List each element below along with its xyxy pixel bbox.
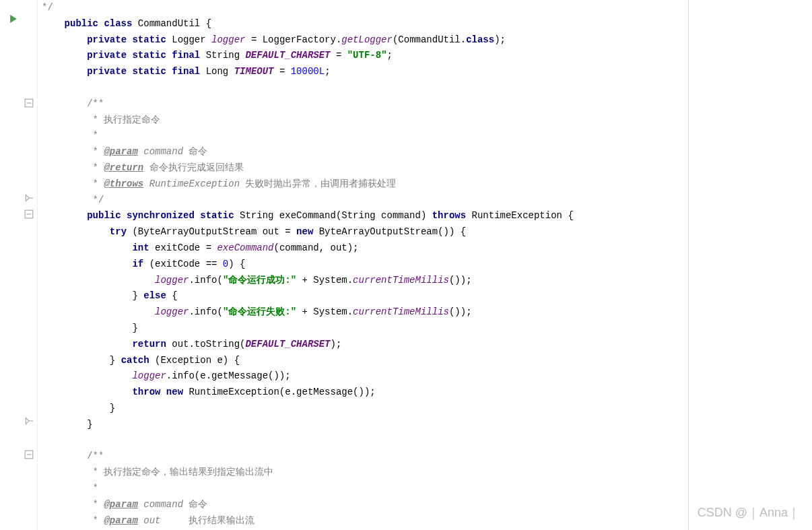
code-line[interactable]: */ — [42, 0, 812, 16]
code-line[interactable]: public class CommandUtil { — [42, 16, 812, 32]
fold-open-icon[interactable] — [24, 209, 34, 219]
code-line[interactable]: return out.toString(DEFAULT_CHARSET); — [42, 337, 812, 353]
fold-close-icon[interactable] — [24, 416, 34, 426]
right-margin-guide — [688, 0, 689, 530]
code-line[interactable]: */ — [42, 193, 812, 209]
code-line[interactable]: public synchronized static String exeCom… — [42, 208, 812, 224]
code-line[interactable]: private static Logger logger = LoggerFac… — [42, 32, 812, 48]
code-line[interactable]: * 执行指定命令 — [42, 112, 812, 129]
code-line[interactable]: logger.info("命令运行成功:" + System.currentTi… — [42, 273, 812, 289]
code-line[interactable]: /** — [42, 96, 812, 112]
fold-open-icon[interactable] — [24, 450, 34, 459]
code-line[interactable]: * — [42, 481, 812, 497]
run-gutter-icon[interactable] — [9, 15, 19, 24]
code-line[interactable]: * 执行指定命令，输出结果到指定输出流中 — [42, 465, 812, 481]
code-line[interactable]: * — [42, 128, 812, 144]
code-line[interactable]: logger.info(e.getMessage()); — [42, 368, 812, 385]
code-line[interactable]: } — [42, 401, 812, 417]
code-line[interactable]: * @param command 命令 — [42, 497, 812, 513]
code-line[interactable]: logger.info("命令运行失败:" + System.currentTi… — [42, 304, 812, 321]
code-line[interactable]: private static final Long TIMEOUT = 1000… — [42, 64, 812, 80]
code-line[interactable]: } else { — [42, 288, 812, 304]
code-area[interactable]: */ public class CommandUtil { private st… — [38, 0, 812, 530]
code-line[interactable]: private static final String DEFAULT_CHAR… — [42, 48, 812, 64]
code-line[interactable]: * @return 命令执行完成返回结果 — [42, 160, 812, 176]
fold-close-icon[interactable] — [24, 193, 34, 203]
code-line[interactable]: if (exitCode == 0) { — [42, 257, 812, 273]
code-line[interactable]: try (ByteArrayOutputStream out = new Byt… — [42, 224, 812, 240]
watermark: CSDN @｜Anna｜ — [698, 504, 800, 521]
fold-open-icon[interactable] — [24, 98, 34, 108]
code-line[interactable] — [42, 433, 812, 449]
code-line[interactable]: * @param command 命令 — [42, 144, 812, 160]
code-editor: */ public class CommandUtil { private st… — [0, 0, 812, 530]
code-line[interactable] — [42, 80, 812, 96]
code-line[interactable]: * @param out 执行结果输出流 — [42, 513, 812, 529]
code-line[interactable]: } — [42, 321, 812, 337]
code-line[interactable]: throw new RuntimeException(e.getMessage(… — [42, 385, 812, 401]
code-line[interactable]: /** — [42, 449, 812, 465]
code-line[interactable]: int exitCode = exeCommand(command, out); — [42, 240, 812, 257]
code-line[interactable]: } — [42, 417, 812, 433]
code-line[interactable]: } catch (Exception e) { — [42, 353, 812, 369]
gutter[interactable] — [0, 0, 38, 530]
code-line[interactable]: * @throws RuntimeException 失败时抛出异常，由调用者捕… — [42, 176, 812, 193]
